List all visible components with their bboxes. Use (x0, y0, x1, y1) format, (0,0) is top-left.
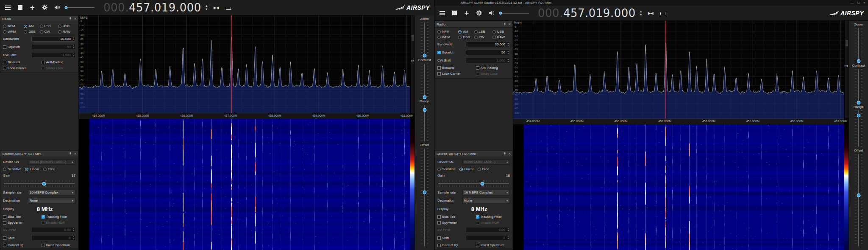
mode-raw[interactable]: RAW (58, 30, 75, 34)
shift-checkbox[interactable]: Shift (437, 236, 449, 240)
correct-iq-checkbox[interactable]: Correct IQ (437, 243, 475, 247)
add-button[interactable]: + (28, 3, 36, 12)
waterfall-display[interactable] (79, 119, 415, 250)
frequency-display[interactable]: 000.457.019.000 (538, 7, 636, 20)
pin-icon[interactable] (69, 17, 72, 20)
volume-handle[interactable] (499, 11, 502, 14)
squelch-checkbox[interactable]: Squelch (437, 51, 454, 54)
range-slider-handle[interactable] (423, 108, 426, 112)
squelch-input[interactable]: 50 ▲▼ (31, 44, 75, 50)
audio-button[interactable] (487, 8, 495, 18)
contrast-slider-handle[interactable] (423, 95, 426, 99)
spectrum-scrollbar-handle[interactable] (412, 35, 414, 41)
correct-iq-checkbox[interactable]: Correct IQ (3, 243, 41, 247)
mode-wfm[interactable]: WFM (3, 30, 23, 34)
mode-nfm[interactable]: NFM (3, 24, 23, 28)
panel-close-icon[interactable]: × (509, 22, 511, 26)
mode-lsb[interactable]: LSB (40, 24, 57, 28)
decimation-select[interactable]: None ▼ (28, 198, 75, 203)
gain-mode-free[interactable]: Free (43, 167, 55, 171)
stop-button[interactable] (450, 8, 459, 18)
close-button[interactable]: × (863, 0, 865, 6)
sample-rate-select[interactable]: 10 MSPS Complex ▼ (462, 190, 510, 195)
bandwidth-input[interactable]: 30,000 ▲▼ (31, 36, 75, 42)
spectrum-scrollbar[interactable]: 54 (410, 15, 415, 113)
anti-fading-checkbox[interactable]: Anti-Fading (42, 60, 75, 64)
stepper-icons[interactable]: ▲▼ (507, 42, 509, 47)
range-slider-handle[interactable] (857, 113, 860, 117)
pin-icon[interactable] (503, 22, 506, 26)
zoom-slider-handle[interactable] (423, 53, 426, 57)
mode-usb[interactable]: USB (58, 24, 75, 28)
stepper-icons[interactable]: ▲▼ (73, 37, 75, 41)
frequency-spinner[interactable]: ▲ ▼ (205, 4, 208, 11)
zoom-slider[interactable] (415, 21, 434, 58)
menu-button[interactable] (438, 8, 446, 18)
tracking-filter-checkbox[interactable]: Tracking Filter (42, 215, 75, 219)
pin-icon[interactable] (503, 152, 506, 155)
offset-slider-handle[interactable] (423, 191, 426, 194)
sample-rate-select[interactable]: 10 MSPS Complex ▼ (28, 190, 75, 195)
range-slider[interactable] (415, 104, 434, 143)
bias-tee-checkbox[interactable]: Bias-Tee (437, 215, 475, 219)
step-mode-button[interactable] (659, 8, 667, 18)
spyverter-checkbox[interactable]: SpyVerter (3, 221, 41, 225)
volume-handle[interactable] (64, 6, 67, 9)
cw-shift-input[interactable]: 1,000 ▲▼ (466, 58, 510, 63)
shift-input[interactable]: 0 ▲▼ (466, 235, 510, 241)
shift-input[interactable]: 0 ▲▼ (31, 235, 75, 241)
mode-dsb[interactable]: DSB (24, 30, 39, 34)
spectrum-scrollbar[interactable]: 53 (844, 21, 849, 118)
gain-slider[interactable] (4, 180, 75, 187)
stop-button[interactable] (16, 3, 24, 12)
frequency-spinner[interactable]: ▲ ▼ (640, 10, 643, 16)
decimation-select[interactable]: None ▼ (462, 198, 510, 203)
volume-slider[interactable] (65, 7, 95, 8)
device-sn-select[interactable]: 0x260 (A30F1A03...) ▼ (462, 159, 510, 165)
gain-mode-linear[interactable]: Linear (459, 167, 473, 171)
gain-mode-linear[interactable]: Linear (25, 167, 39, 171)
mode-cw[interactable]: CW (40, 30, 57, 34)
mode-dsb[interactable]: DSB (458, 35, 473, 39)
spinner-up-icon[interactable]: ▲ (205, 4, 208, 7)
mode-am[interactable]: AM (24, 24, 39, 28)
mode-nfm[interactable]: NFM (437, 30, 457, 34)
offset-slider-handle[interactable] (857, 194, 860, 197)
spectrum-display[interactable]: 0-5-10-15-20-25-30-35-40-45-50-55-60-65-… (513, 21, 849, 118)
spectrum-display[interactable]: 0-5-10-15-20-25-30-35-40-45-50-55-60-65-… (79, 15, 415, 113)
mode-wfm[interactable]: WFM (437, 35, 457, 39)
mode-cw[interactable]: CW (474, 35, 492, 39)
mode-am[interactable]: AM (458, 30, 473, 34)
panel-close-icon[interactable]: × (74, 17, 76, 21)
snap-center-button[interactable]: ▶◀ (646, 8, 655, 18)
binaural-checkbox[interactable]: Binaural (3, 60, 41, 64)
gain-mode-sensitive[interactable]: Sensitive (3, 167, 21, 171)
binaural-checkbox[interactable]: Binaural (437, 66, 475, 70)
gain-slider-handle[interactable] (42, 182, 46, 185)
gain-slider-handle[interactable] (480, 182, 484, 185)
maximize-button[interactable]: □ (857, 0, 860, 6)
contrast-slider-handle[interactable] (857, 101, 860, 104)
audio-button[interactable] (53, 3, 61, 12)
mode-raw[interactable]: RAW (492, 35, 510, 39)
range-slider[interactable] (849, 109, 868, 148)
contrast-slider[interactable] (849, 68, 868, 104)
pin-icon[interactable] (69, 152, 72, 155)
minimize-button[interactable]: — (850, 0, 854, 6)
frequency-display[interactable]: 000.457.019.000 (103, 1, 201, 14)
lock-carrier-checkbox[interactable]: Lock Carrier (437, 72, 475, 76)
step-mode-button[interactable] (224, 3, 233, 12)
snap-center-button[interactable]: ▶◀ (212, 3, 220, 12)
mode-lsb[interactable]: LSB (474, 30, 492, 34)
bias-tee-checkbox[interactable]: Bias-Tee (3, 215, 41, 219)
spinner-down-icon[interactable]: ▼ (205, 8, 208, 11)
contrast-slider[interactable] (415, 62, 434, 99)
spinner-down-icon[interactable]: ▼ (640, 13, 643, 16)
menu-button[interactable] (3, 3, 12, 12)
offset-slider[interactable] (415, 147, 434, 247)
invert-spectrum-checkbox[interactable]: Invert Spectrum (476, 243, 510, 247)
gain-mode-free[interactable]: Free (478, 167, 489, 171)
shift-checkbox[interactable]: Shift (3, 236, 14, 240)
gain-mode-sensitive[interactable]: Sensitive (437, 167, 456, 171)
panel-close-icon[interactable]: × (74, 152, 76, 156)
